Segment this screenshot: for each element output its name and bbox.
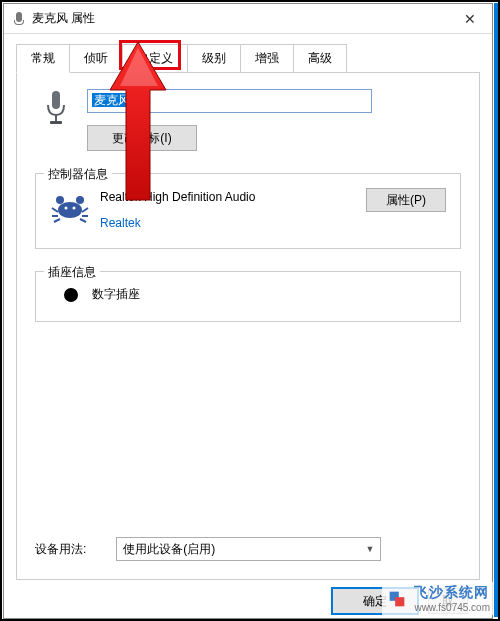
svg-point-6 — [65, 207, 68, 210]
close-button[interactable]: ✕ — [447, 4, 492, 33]
tab-strip: 常规 侦听 自定义 级别 增强 高级 — [16, 44, 480, 73]
svg-rect-0 — [52, 91, 60, 109]
controller-info-group: 控制器信息 Realtek High Definition Audio Real… — [35, 173, 461, 249]
tab-custom[interactable]: 自定义 — [122, 44, 188, 73]
properties-dialog: 麦克风 属性 ✕ 常规 侦听 自定义 级别 增强 高级 — [3, 3, 493, 619]
tab-panel-general: 麦克风 更改图标(I) 控制器信息 — [16, 72, 480, 580]
watermark-name: 飞沙系统网 — [414, 584, 490, 602]
device-large-icon — [35, 89, 77, 127]
device-name-value: 麦克风 — [92, 93, 132, 107]
usage-selected-value: 使用此设备(启用) — [123, 541, 215, 558]
svg-point-3 — [58, 202, 82, 218]
controller-legend: 控制器信息 — [44, 166, 112, 183]
tab-advanced[interactable]: 高级 — [293, 44, 347, 73]
svg-rect-2 — [50, 121, 62, 124]
controller-properties-button[interactable]: 属性(P) — [366, 188, 446, 212]
chevron-down-icon: ▼ — [365, 544, 374, 554]
dialog-body: 常规 侦听 自定义 级别 增强 高级 麦克 — [4, 34, 492, 618]
usage-dropdown[interactable]: 使用此设备(启用) ▼ — [116, 537, 381, 561]
tab-levels[interactable]: 级别 — [187, 44, 241, 73]
watermark-logo-icon — [386, 588, 408, 610]
svg-point-4 — [56, 196, 64, 204]
watermark-url: www.fs0745.com — [414, 602, 490, 613]
svg-point-7 — [73, 207, 76, 210]
change-icon-button[interactable]: 更改图标(I) — [87, 125, 197, 151]
watermark: 飞沙系统网 www.fs0745.com — [382, 582, 494, 615]
svg-point-5 — [76, 196, 84, 204]
device-name-input[interactable]: 麦克风 — [87, 89, 372, 113]
usage-label: 设备用法: — [35, 541, 86, 558]
titlebar: 麦克风 属性 ✕ — [4, 4, 492, 34]
window-title: 麦克风 属性 — [32, 10, 447, 27]
jack-name: 数字插座 — [92, 286, 140, 303]
jack-color-icon — [64, 288, 78, 302]
tab-enhancements[interactable]: 增强 — [240, 44, 294, 73]
svg-rect-1 — [55, 115, 57, 121]
tab-listen[interactable]: 侦听 — [69, 44, 123, 73]
controller-vendor-link[interactable]: Realtek — [100, 216, 366, 230]
device-usage-row: 设备用法: 使用此设备(启用) ▼ — [35, 537, 461, 561]
tab-general[interactable]: 常规 — [16, 44, 70, 73]
controller-name: Realtek High Definition Audio — [100, 190, 366, 204]
realtek-crab-icon — [50, 188, 90, 228]
jack-legend: 插座信息 — [44, 264, 100, 281]
microphone-icon — [12, 12, 26, 26]
jack-info-group: 插座信息 数字插座 — [35, 271, 461, 322]
